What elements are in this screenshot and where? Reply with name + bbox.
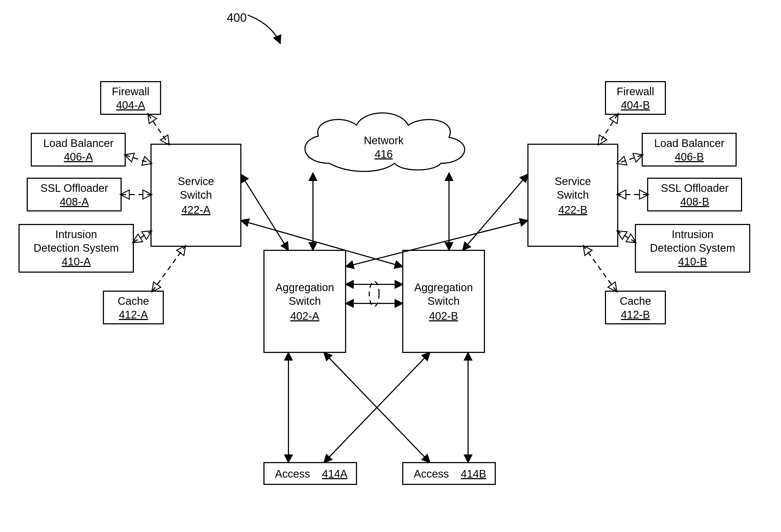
ids-b-l1: Intrusion (671, 228, 713, 240)
link-svca-agga (241, 174, 288, 250)
firewall-a-label: Firewall (112, 85, 150, 97)
aggregation-switch-b-l1: Aggregation (414, 281, 473, 293)
firewall-b-label: Firewall (617, 85, 654, 97)
figure-ref-arrow (248, 15, 280, 44)
service-switch-b-ref: 422-B (559, 204, 587, 216)
cache-b-label: Cache (620, 295, 651, 307)
ssl-a: SSL Offloader 408-A (27, 178, 121, 211)
ids-a-ref: 410-A (62, 255, 91, 268)
loadbalancer-a-ref: 406-A (64, 151, 93, 163)
loadbalancer-b: Load Balancer 406-B (642, 133, 736, 166)
loadbalancer-a-label: Load Balancer (43, 137, 114, 149)
link-bundle-icon (369, 281, 379, 306)
network-ref: 416 (375, 148, 393, 160)
service-switch-a: Service Switch 422-A (151, 144, 241, 246)
service-switch-a-l1: Service (178, 175, 214, 187)
aggregation-switch-b-ref: 402-B (429, 310, 458, 322)
ssl-b-label: SSL Offloader (661, 182, 729, 194)
service-switch-b-l2: Switch (557, 189, 589, 201)
loadbalancer-b-label: Load Balancer (654, 137, 725, 149)
service-switch-b-l1: Service (554, 175, 591, 187)
service-switch-a-l2: Switch (180, 189, 212, 201)
ssl-a-ref: 408-A (60, 196, 89, 208)
link-firewall-b (599, 114, 618, 144)
firewall-b: Firewall 404-B (606, 82, 665, 114)
access-b: Access 414B (403, 463, 495, 484)
firewall-b-ref: 404-B (621, 99, 650, 111)
link-ids-b (618, 231, 635, 242)
ids-a: Intrusion Detection System 410-A (19, 224, 133, 272)
link-cache-a (152, 246, 185, 291)
service-switch-b: Service Switch 422-B (528, 144, 618, 246)
link-firewall-a (148, 114, 169, 144)
figure-ref: 400 (227, 11, 247, 24)
network-cloud: Network 416 (305, 113, 465, 171)
cache-b: Cache 412-B (606, 291, 665, 324)
link-lb-a (125, 155, 151, 163)
link-ids-a (133, 231, 151, 242)
cache-a-ref: 412-A (119, 309, 148, 321)
link-cache-b (584, 246, 616, 291)
aggregation-switch-a-ref: 402-A (290, 310, 320, 322)
ids-a-l2: Detection System (34, 242, 119, 254)
loadbalancer-b-ref: 406-B (675, 151, 704, 163)
access-b-label: Access (414, 468, 449, 480)
ids-b-ref: 410-B (678, 255, 707, 268)
loadbalancer-a: Load Balancer 406-A (31, 133, 125, 166)
cache-a: Cache 412-A (104, 291, 163, 324)
ids-b-l2: Detection System (650, 242, 735, 254)
access-a: Access 414A (264, 463, 357, 484)
access-a-ref: 414A (322, 468, 347, 480)
access-a-label: Access (275, 468, 310, 480)
network-label: Network (364, 134, 404, 147)
link-lb-b (618, 155, 642, 163)
ssl-b-ref: 408-B (680, 196, 709, 208)
cache-a-label: Cache (118, 295, 149, 307)
access-b-ref: 414B (461, 468, 486, 480)
ids-b: Intrusion Detection System 410-B (635, 224, 750, 272)
firewall-a-ref: 404-A (116, 99, 145, 111)
link-svcb-aggb (463, 174, 528, 250)
ssl-a-label: SSL Offloader (40, 182, 108, 194)
cache-b-ref: 412-B (621, 309, 650, 321)
aggregation-switch-b: Aggregation Switch 402-B (403, 250, 484, 353)
aggregation-switch-a-l2: Switch (289, 295, 321, 307)
service-switch-a-ref: 422-A (181, 204, 211, 216)
aggregation-switch-a: Aggregation Switch 402-A (264, 250, 345, 353)
firewall-a: Firewall 404-A (101, 82, 161, 114)
aggregation-switch-b-l2: Switch (427, 295, 460, 307)
aggregation-switch-a-l1: Aggregation (275, 281, 334, 293)
ssl-b: SSL Offloader 408-B (648, 178, 742, 211)
ids-a-l1: Intrusion (55, 228, 97, 240)
